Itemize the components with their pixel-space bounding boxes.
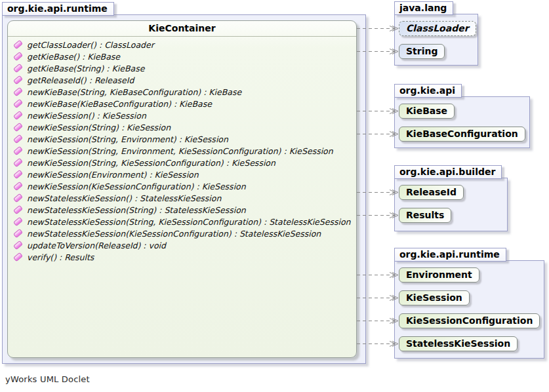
package-body-org-kie-api-runtime: EnvironmentKieSessionKieSessionConfigura… xyxy=(394,260,544,359)
type-box-kiebaseconfiguration[interactable]: KieBaseConfiguration xyxy=(399,127,525,142)
method-icon xyxy=(13,170,23,179)
type-box-classloader[interactable]: ClassLoader xyxy=(399,21,476,36)
method-row[interactable]: newStatelessKieSession() : StatelessKieS… xyxy=(8,192,356,204)
type-box-environment[interactable]: Environment xyxy=(399,267,479,283)
method-label: newStatelessKieSession() : StatelessKieS… xyxy=(27,193,221,203)
method-row[interactable]: verify() : Results xyxy=(8,251,356,263)
uml-diagram: org.kie.api.runtime KieContainer getClas… xyxy=(0,0,549,392)
method-label: newKieSession(String, KieSessionConfigur… xyxy=(27,158,275,168)
method-icon xyxy=(13,182,23,191)
package-body-java-lang: ClassLoaderString xyxy=(394,14,478,66)
method-icon xyxy=(13,146,23,155)
method-row[interactable]: newKieSession(String) : KieSession xyxy=(8,121,356,133)
method-row[interactable]: newKieBase(String, KieBaseConfiguration)… xyxy=(8,86,356,98)
method-icon xyxy=(13,75,23,85)
type-list-org-kie-api: KieBaseKieBaseConfiguration xyxy=(395,97,529,149)
type-box-results[interactable]: Results xyxy=(399,208,451,223)
method-label: newKieSession() : KieSession xyxy=(27,111,146,121)
package-body-org-kie-api-builder: ReleaseIdResults xyxy=(394,178,508,231)
class-box-kiecontainer[interactable]: KieContainer getClassLoader() : ClassLoa… xyxy=(7,20,357,358)
method-label: newStatelessKieSession(KieSessionConfigu… xyxy=(27,229,321,239)
type-box-statelesskiesession[interactable]: StatelessKieSession xyxy=(399,336,518,351)
method-row[interactable]: newKieSession(String, Environment) : Kie… xyxy=(8,133,356,145)
package-tab-java-lang[interactable]: java.lang xyxy=(394,1,453,15)
package-tab-main[interactable]: org.kie.api.runtime xyxy=(2,2,114,16)
method-row[interactable]: getKieBase(String) : KieBase xyxy=(8,62,356,74)
method-row[interactable]: newKieSession() : KieSession xyxy=(8,109,356,121)
method-row[interactable]: getClassLoader() : ClassLoader xyxy=(8,39,356,50)
method-label: getKieBase(String) : KieBase xyxy=(27,64,144,73)
method-icon xyxy=(13,241,23,250)
method-icon xyxy=(13,111,23,120)
method-label: newStatelessKieSession(String) : Statele… xyxy=(27,205,246,215)
package-tab-org-kie-api-runtime[interactable]: org.kie.api.runtime xyxy=(394,248,506,262)
class-title[interactable]: KieContainer xyxy=(8,21,356,37)
yworks-doclet-credit[interactable]: yWorks UML Doclet xyxy=(5,374,90,384)
method-label: newKieBase(KieBaseConfiguration) : KieBa… xyxy=(27,99,212,109)
method-row[interactable]: getKieBase() : KieBase xyxy=(8,50,356,62)
type-box-kiebase[interactable]: KieBase xyxy=(399,104,455,119)
method-icon xyxy=(13,123,23,132)
method-icon xyxy=(13,52,23,61)
type-box-kiesessionconfiguration[interactable]: KieSessionConfiguration xyxy=(399,313,540,328)
method-label: verify() : Results xyxy=(27,252,94,262)
method-label: newKieSession(KieSessionConfiguration) :… xyxy=(27,182,246,191)
package-body-main: KieContainer getClassLoader() : ClassLoa… xyxy=(2,14,366,364)
method-label: getKieBase() : KieBase xyxy=(27,52,120,62)
method-label: getReleaseId() : ReleaseId xyxy=(27,75,134,85)
method-row[interactable]: newKieSession(KieSessionConfiguration) :… xyxy=(8,180,356,192)
method-row[interactable]: newKieSession(String, Environment, KieSe… xyxy=(8,145,356,157)
method-icon xyxy=(13,87,23,96)
method-icon xyxy=(13,40,23,49)
method-icon xyxy=(13,134,23,144)
type-list-org-kie-api-builder: ReleaseIdResults xyxy=(395,178,507,231)
method-row[interactable]: updateToVersion(ReleaseId) : void xyxy=(8,239,356,251)
method-row[interactable]: newStatelessKieSession(String) : Statele… xyxy=(8,204,356,216)
method-icon xyxy=(13,205,23,214)
method-icon xyxy=(13,99,23,108)
method-row[interactable]: newKieSession(String, KieSessionConfigur… xyxy=(8,157,356,168)
method-icon xyxy=(13,229,23,238)
method-row[interactable]: newKieSession(Environment) : KieSession xyxy=(8,168,356,180)
method-icon xyxy=(13,158,23,167)
method-icon xyxy=(13,252,23,262)
method-label: newKieSession(String, Environment, KieSe… xyxy=(27,146,333,156)
method-label: newKieSession(Environment) : KieSession xyxy=(27,170,199,180)
method-icon xyxy=(13,193,23,203)
method-label: updateToVersion(ReleaseId) : void xyxy=(27,241,166,250)
method-label: newKieBase(String, KieBaseConfiguration)… xyxy=(27,87,241,97)
type-box-string[interactable]: String xyxy=(399,44,445,59)
method-icon xyxy=(13,64,23,73)
method-row[interactable]: newKieBase(KieBaseConfiguration) : KieBa… xyxy=(8,98,356,109)
method-label: getClassLoader() : ClassLoader xyxy=(27,40,154,50)
method-icon xyxy=(13,217,23,226)
method-row[interactable]: getReleaseId() : ReleaseId xyxy=(8,74,356,86)
package-tab-org-kie-api[interactable]: org.kie.api xyxy=(394,84,462,98)
type-list-java-lang: ClassLoaderString xyxy=(395,14,478,67)
package-tab-org-kie-api-builder[interactable]: org.kie.api.builder xyxy=(394,165,502,179)
method-label: newKieSession(String) : KieSession xyxy=(27,123,171,132)
method-row[interactable]: newStatelessKieSession(KieSessionConfigu… xyxy=(8,227,356,239)
method-label: newKieSession(String, Environment) : Kie… xyxy=(27,134,228,144)
type-list-org-kie-api-runtime: EnvironmentKieSessionKieSessionConfigura… xyxy=(395,261,544,359)
method-label: newStatelessKieSession(String, KieSessio… xyxy=(27,217,350,227)
type-box-kiesession[interactable]: KieSession xyxy=(399,290,470,305)
method-row[interactable]: newStatelessKieSession(String, KieSessio… xyxy=(8,216,356,227)
package-body-org-kie-api: KieBaseKieBaseConfiguration xyxy=(394,96,530,148)
type-box-releaseid[interactable]: ReleaseId xyxy=(399,185,464,200)
method-list: getClassLoader() : ClassLoadergetKieBase… xyxy=(8,37,356,263)
